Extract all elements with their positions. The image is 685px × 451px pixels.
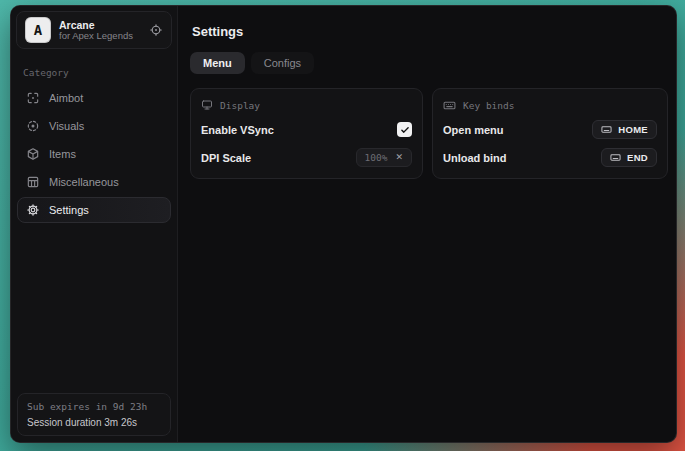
unload-bind-button[interactable]: END [601, 148, 657, 167]
keyboard-icon [610, 152, 621, 163]
unload-bind-key: END [627, 152, 648, 163]
arcane-window: A Arcane for Apex Legends Category [10, 5, 677, 443]
page-title: Settings [192, 24, 668, 39]
open-menu-label: Open menu [443, 124, 504, 136]
sidebar-item-label: Visuals [49, 120, 84, 132]
tab-configs[interactable]: Configs [251, 52, 314, 74]
settings-cards: Display Enable VSync DPI Scale [190, 88, 668, 179]
sidebar-item-settings[interactable]: Settings [17, 197, 171, 223]
open-menu-row: Open menu HOME [443, 118, 657, 141]
keybinds-card: Key binds Open menu HOME [432, 88, 668, 179]
sidebar-item-label: Aimbot [49, 92, 83, 104]
dpi-scale-value: 100% [365, 152, 388, 163]
sidebar-item-aimbot[interactable]: Aimbot [17, 85, 171, 111]
target-icon[interactable] [149, 23, 163, 37]
brand-title: Arcane [59, 19, 133, 31]
clear-icon[interactable]: ✕ [395, 153, 403, 162]
sidebar-item-label: Items [49, 148, 76, 160]
sidebar-nav: Aimbot Visuals Items [11, 85, 177, 223]
dpi-scale-label: DPI Scale [201, 152, 251, 164]
radar-icon [26, 119, 40, 133]
tab-menu[interactable]: Menu [190, 52, 245, 74]
brand-card: A Arcane for Apex Legends [16, 11, 172, 49]
vsync-label: Enable VSync [201, 124, 274, 136]
unload-bind-row: Unload bind END [443, 146, 657, 169]
monitor-icon [201, 99, 213, 111]
box-icon [26, 147, 40, 161]
sidebar-item-label: Settings [49, 204, 89, 216]
unload-bind-label: Unload bind [443, 152, 507, 164]
vsync-checkbox[interactable] [397, 122, 412, 137]
display-card-header: Display [201, 97, 412, 113]
brand-text: Arcane for Apex Legends [59, 19, 133, 42]
display-card: Display Enable VSync DPI Scale [190, 88, 423, 179]
brand-subtitle: for Apex Legends [59, 31, 133, 42]
display-card-title: Display [220, 100, 260, 111]
crosshair-icon [26, 91, 40, 105]
vsync-row: Enable VSync [201, 118, 412, 141]
check-icon [400, 125, 410, 135]
keyboard-icon [443, 99, 456, 112]
open-menu-key: HOME [618, 124, 648, 135]
dpi-scale-input[interactable]: 100% ✕ [356, 148, 412, 167]
brand-logo: A [25, 17, 51, 43]
open-menu-bind-button[interactable]: HOME [592, 120, 657, 139]
tab-bar: Menu Configs [190, 52, 668, 74]
sidebar-item-label: Miscellaneous [49, 176, 119, 188]
keybinds-card-header: Key binds [443, 97, 657, 113]
sub-expiry-text: Sub expires in 9d 23h [27, 401, 161, 412]
sidebar-item-items[interactable]: Items [17, 141, 171, 167]
game-background: { "sidebar": { "brand": { "logo_letter":… [0, 0, 685, 451]
sidebar-item-miscellaneous[interactable]: Miscellaneous [17, 169, 171, 195]
sidebar-item-visuals[interactable]: Visuals [17, 113, 171, 139]
category-label: Category [23, 67, 165, 78]
keybinds-card-title: Key binds [463, 100, 514, 111]
main-panel: Settings Menu Configs Display [178, 6, 677, 442]
gear-icon [26, 203, 40, 217]
session-duration-text: Session duration 3m 26s [27, 417, 161, 428]
grid-icon [26, 175, 40, 189]
dpi-row: DPI Scale 100% ✕ [201, 146, 412, 169]
subscription-card: Sub expires in 9d 23h Session duration 3… [17, 393, 171, 436]
sidebar: A Arcane for Apex Legends Category [11, 6, 178, 442]
keyboard-icon [601, 124, 612, 135]
